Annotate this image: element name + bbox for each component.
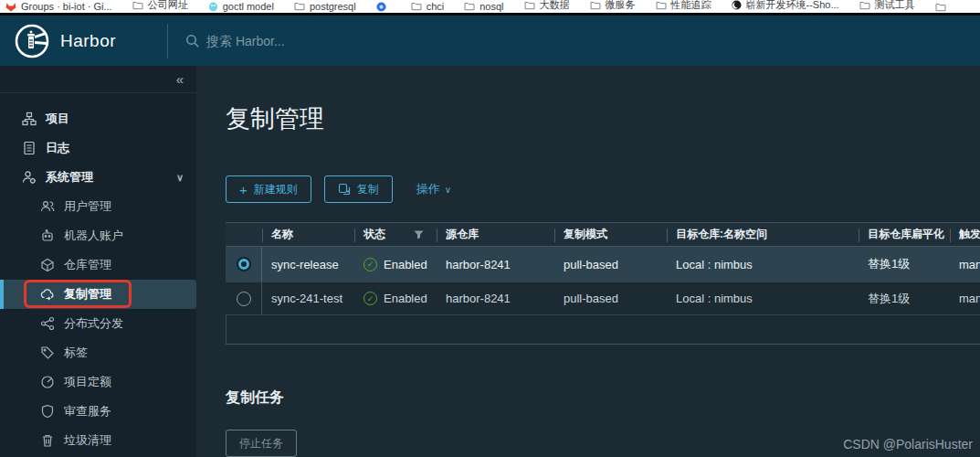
sidebar-item-user-management[interactable]: 用户管理 <box>0 192 196 221</box>
table-row[interactable]: sync-release ✓ Enabled harbor-8241 pull-… <box>226 247 980 282</box>
bookmark-item[interactable]: 崭新开发环境--Sho... <box>732 0 839 12</box>
sidebar-item-project-quotas[interactable]: 项目定额 <box>0 367 196 397</box>
brand-title: Harbor <box>60 31 116 51</box>
sidebar-item-label: 用户管理 <box>64 198 111 215</box>
sidebar-item-logs[interactable]: 日志 <box>0 133 196 163</box>
rule-name[interactable]: sync-release <box>262 258 354 271</box>
main-content: 复制管理 + 新建规则 复制 操作 ∨ <box>196 66 980 457</box>
radio-unselected[interactable] <box>237 292 251 306</box>
bookmark-label: Groups · bi-iot · Gi... <box>21 1 112 12</box>
stop-task-button[interactable]: 停止任务 <box>226 430 297 457</box>
folder-icon <box>464 2 475 11</box>
table-footer <box>226 315 980 345</box>
quota-icon <box>40 375 55 389</box>
bookmark-item[interactable] <box>376 2 391 12</box>
table-row[interactable]: sync-241-test ✓ Enabled harbor-8241 pull… <box>226 282 980 315</box>
sidebar-item-garbage-collection[interactable]: 垃圾清理 <box>0 426 196 455</box>
table-header-row: 名称 状态 源仓库 复制模式 目标仓库:名称空间 目标仓库扁平化 触发模式 <box>226 222 980 247</box>
header-select-column <box>226 223 262 246</box>
browser-bookmarks-bar: Groups · bi-iot · Gi... 公司网址 goctl model… <box>0 0 980 13</box>
row-select-cell <box>226 247 262 282</box>
filter-icon[interactable] <box>414 230 424 239</box>
collapse-sidebar-icon[interactable]: « <box>176 71 184 87</box>
stop-task-label: 停止任务 <box>239 436 283 452</box>
bookmark-item[interactable]: nosql <box>464 1 503 12</box>
scan-service-icon <box>40 404 55 419</box>
sidebar-item-robot-accounts[interactable]: 机器人账户 <box>0 221 196 250</box>
sidebar-item-label: 日志 <box>46 140 69 156</box>
folder-icon <box>294 2 305 11</box>
sidebar-item-label: 项目定额 <box>64 374 111 390</box>
folder-icon <box>656 1 667 10</box>
chevron-down-icon[interactable]: ∨ <box>176 172 184 184</box>
rule-status: ✓ Enabled <box>354 292 437 305</box>
bookmark-label: 崭新开发环境--Sho... <box>746 0 839 12</box>
header-flattening[interactable]: 目标仓库扁平化 <box>859 223 950 246</box>
sidebar-item-registries[interactable]: 仓库管理 <box>0 250 196 280</box>
harbor-header: Harbor <box>0 16 980 66</box>
radio-selected[interactable] <box>237 257 251 271</box>
folder-icon <box>524 1 535 10</box>
sidebar-item-labels[interactable]: 标签 <box>0 338 196 367</box>
search-input[interactable] <box>206 34 426 48</box>
bookmark-label: 公司网址 <box>148 0 188 12</box>
rule-destination: Local : nimbus <box>667 292 859 305</box>
replication-tasks-title: 复制任务 <box>226 388 980 408</box>
header-source-registry[interactable]: 源仓库 <box>437 223 554 246</box>
bookmark-item[interactable]: 公司网址 <box>132 0 188 12</box>
bookmark-label: nosql <box>479 1 503 12</box>
header-replication-mode[interactable]: 复制模式 <box>554 223 667 246</box>
sidebar-item-projects[interactable]: 项目 <box>0 104 196 133</box>
sidebar-item-distribution[interactable]: 分布式分发 <box>0 309 196 338</box>
bookmark-item[interactable]: chci <box>411 1 445 12</box>
folder-icon <box>935 3 946 12</box>
new-rule-button[interactable]: + 新建规则 <box>226 175 311 203</box>
bookmark-label: 测试工具 <box>875 0 915 12</box>
bookmark-item[interactable]: goctl model <box>208 1 274 12</box>
header-destination[interactable]: 目标仓库:名称空间 <box>667 223 859 246</box>
replication-rules-table: 名称 状态 源仓库 复制模式 目标仓库:名称空间 目标仓库扁平化 触发模式 <box>226 222 980 345</box>
rule-flattening: 替换1级 <box>859 256 950 272</box>
bookmark-item[interactable]: 性能追踪 <box>656 0 711 12</box>
actions-dropdown[interactable]: 操作 ∨ <box>416 181 451 197</box>
robot-icon <box>40 228 55 243</box>
registry-icon <box>40 258 55 272</box>
projects-icon <box>22 112 37 126</box>
bookmark-label: 微服务 <box>606 0 636 12</box>
harbor-brand[interactable]: Harbor <box>0 24 116 58</box>
replication-icon <box>40 287 55 302</box>
header-divider <box>167 24 168 58</box>
rule-source: harbor-8241 <box>437 258 554 271</box>
sidebar-item-label: 审查服务 <box>64 403 111 420</box>
sidebar-item-label: 机器人账户 <box>64 228 123 244</box>
header-name[interactable]: 名称 <box>262 223 354 246</box>
bookmark-item[interactable]: 大数据 <box>524 0 570 12</box>
sidebar-item-interrogation-services[interactable]: 审查服务 <box>0 397 196 426</box>
header-trigger[interactable]: 触发模式 <box>950 223 980 246</box>
folder-icon <box>411 2 422 11</box>
bookmark-item[interactable]: Groups · bi-iot · Gi... <box>5 1 112 12</box>
bookmark-item[interactable] <box>935 3 951 12</box>
bookmark-item[interactable]: postgresql <box>294 1 356 12</box>
gitlab-icon <box>5 2 16 12</box>
sidebar: « 项目 日志 <box>0 66 196 457</box>
watermark-text: CSDN @PolarisHuster <box>843 437 973 452</box>
sidebar-item-label: 分布式分发 <box>64 315 123 332</box>
sidebar-item-replications[interactable]: 复制管理 <box>0 280 196 309</box>
rule-name[interactable]: sync-241-test <box>262 292 354 305</box>
status-label: Enabled <box>384 258 427 271</box>
rule-flattening: 替换1级 <box>859 291 950 307</box>
page-title: 复制管理 <box>226 102 980 135</box>
bookmark-item[interactable]: 测试工具 <box>859 0 915 12</box>
row-select-cell <box>226 282 262 314</box>
sidebar-item-system-admin[interactable]: 系统管理 ∨ <box>0 163 196 192</box>
search-icon <box>185 34 200 48</box>
replicate-button[interactable]: 复制 <box>324 175 393 203</box>
sidebar-item-label: 仓库管理 <box>64 257 111 273</box>
rule-trigger: manual <box>950 258 980 271</box>
bookmark-item[interactable]: 微服务 <box>590 0 636 12</box>
header-status[interactable]: 状态 <box>354 223 437 246</box>
rule-destination: Local : nimbus <box>667 258 859 271</box>
status-enabled-icon: ✓ <box>364 258 377 271</box>
bookmark-label: postgresql <box>310 1 356 12</box>
